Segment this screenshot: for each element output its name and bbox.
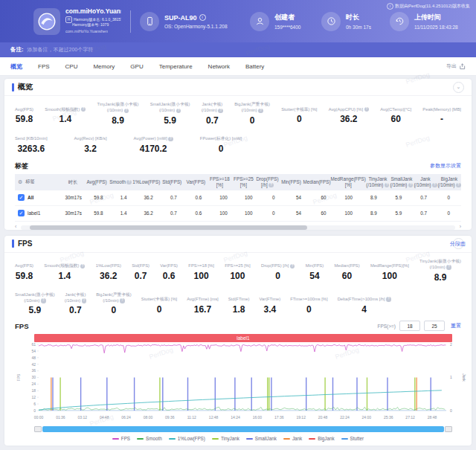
info-icon: ?	[408, 183, 414, 188]
svg-text:14:24: 14:24	[231, 415, 240, 420]
metric-smalljank: SmallJank(微小卡顿)(/10min)?5.9	[15, 292, 55, 316]
legend-item-bigjank[interactable]: BigJank	[309, 436, 334, 441]
person-icon	[250, 12, 269, 31]
svg-text:61: 61	[31, 342, 36, 347]
fps-chart-svg[interactable]: 61544842363024181260210FPSJank00:0001:36…	[15, 342, 470, 422]
row-value: 8.9	[361, 210, 387, 216]
threshold-reset-link[interactable]: 重置	[451, 322, 461, 330]
header-line: Smooth?	[109, 179, 132, 185]
metric-label: FTime>=100ms [%]	[290, 292, 327, 303]
note-placeholder[interactable]: 添加备注，不超过200个字符	[28, 46, 94, 54]
header-line: (/10min)?	[437, 182, 461, 188]
note-bar[interactable]: 备注: 添加备注，不超过200个字符	[0, 42, 476, 57]
metric-value: 0	[275, 271, 280, 281]
metric-label: Smooth(顺畅指数)?	[45, 101, 86, 112]
device-block: SUP-AL90 i OS: OpenHarmony-5.1.1.208	[140, 12, 250, 31]
legend-item-tinyjank[interactable]: TinyJank	[212, 436, 239, 441]
chart-scroll-handle-right[interactable]	[445, 426, 452, 432]
chart-hscrollbar[interactable]	[34, 426, 452, 432]
duration-label: 时长	[346, 13, 371, 22]
info-icon: ?	[80, 264, 86, 269]
metric-label-line: (/10min)?	[234, 107, 270, 113]
metric-value: 5.9	[29, 305, 42, 315]
overview-collapse-button[interactable]: ⌄	[453, 82, 464, 93]
tab-battery[interactable]: Battery	[245, 63, 264, 70]
metric-label-line: SmallJank(微小卡顿)	[150, 101, 190, 107]
metric-label-line: Peak(Memory) [MB]	[422, 106, 461, 112]
chart-scroll-handle-left[interactable]	[34, 426, 42, 432]
metric-value: 36.2	[100, 271, 117, 281]
metric-value: 100	[194, 271, 209, 281]
row-value: 36.2	[136, 210, 161, 216]
row-value: 5.9	[386, 195, 411, 201]
fps-chart[interactable]: 61544842363024181260210FPSJank00:0001:36…	[15, 342, 461, 425]
upload-info: 上传时间 11/11/2025 18:43:28	[414, 13, 458, 30]
creator-info: 创建者 159****6400	[274, 13, 300, 30]
legend-item-stutter[interactable]: Stutter	[341, 436, 364, 441]
param-display-settings-link[interactable]: 参数显示设置	[430, 162, 461, 170]
creator-value: 159****6400	[274, 25, 300, 30]
svg-text:0: 0	[33, 408, 36, 413]
chart-scroll-track[interactable]	[42, 426, 444, 432]
overview-metrics-row1: Avg(FPS)59.8Smooth(顺畅指数)?1.4TinyJank(极微小…	[4, 96, 472, 129]
metric-tinyjank: TinyJank(极微小卡顿)(/10min)?8.9	[97, 101, 139, 126]
info-icon: ?	[446, 265, 451, 270]
metric-label: Avg(AppCPU) [%]?	[329, 101, 369, 112]
legend-item-1-low-fps[interactable]: 1%Low(FPS)	[169, 436, 205, 441]
metric-label-line: Avg(Recv) [KB/s]	[74, 135, 107, 141]
metric-value: 59.8	[16, 114, 33, 124]
row-label-cell: ✓label1	[15, 210, 61, 216]
svg-text:03:12: 03:12	[78, 415, 88, 420]
tab-temperature[interactable]: Temperature	[159, 63, 193, 70]
svg-text:08:00: 08:00	[144, 415, 153, 420]
row-label: label1	[28, 210, 40, 216]
fps-threshold-input-2[interactable]	[424, 321, 445, 331]
metric-label-line: Avg(AppCPU) [%]?	[329, 106, 369, 112]
fps-threshold-input-1[interactable]	[399, 321, 420, 331]
app-info: com.miHoYo.Yuanshen H Harmony版本名: 6.1.0_…	[65, 8, 121, 34]
legend-label: 1%Low(FPS)	[178, 436, 205, 441]
metric-label-line: Avg(FTime) [ms]	[187, 296, 219, 302]
history-clock-icon	[390, 12, 409, 31]
tab-network[interactable]: Network	[208, 63, 230, 70]
tab-fps[interactable]: FPS	[38, 63, 50, 70]
legend-label: Jank	[292, 436, 302, 441]
tab-gpu[interactable]: GPU	[130, 63, 143, 70]
svg-text:2: 2	[450, 342, 452, 347]
legend-swatch	[112, 438, 119, 440]
legend-item-fps[interactable]: FPS	[112, 436, 130, 441]
metric-label-line: FPS>=25 [%]	[225, 263, 250, 269]
metric-label-line: FTime>=100ms [%]	[290, 296, 327, 302]
svg-text:36: 36	[31, 369, 36, 373]
settings-icon[interactable]: ⚙	[18, 179, 22, 185]
scroll-left-arrow[interactable]: ‹	[15, 224, 16, 229]
row-checkbox[interactable]: ✓	[18, 210, 25, 216]
metric-ftime-100ms: FTime>=100ms [%]0	[290, 292, 327, 316]
legend-item-jank[interactable]: Jank	[283, 436, 302, 441]
svg-text:FPS: FPS	[16, 373, 21, 381]
export-button[interactable]: 导出	[446, 62, 466, 70]
info-icon: ?	[82, 298, 87, 303]
table-hscroll-thumb[interactable]	[30, 225, 308, 230]
header-line: (/10min)?	[366, 182, 390, 188]
metric-value: 1.4	[59, 271, 71, 281]
scroll-right-arrow[interactable]: ›	[460, 224, 461, 229]
row-checkbox[interactable]: ✓	[18, 194, 25, 201]
col-header-smalljank: SmallJank(/10min)?	[390, 176, 414, 188]
tab-item[interactable]: 概览	[10, 62, 22, 71]
metric-value: 0	[112, 305, 117, 315]
metric-label-line: Smooth(顺畅指数)?	[44, 263, 85, 269]
metric-avg-ftime-ms: Avg(FTime) [ms]16.7	[187, 292, 219, 316]
metric-label-line: Avg(FPS)	[15, 106, 33, 112]
legend-item-smooth[interactable]: Smooth	[137, 436, 162, 441]
legend-swatch	[246, 438, 253, 440]
header-line: MedRange(FPS)[%]	[331, 176, 366, 188]
segmented-chart-link[interactable]: 分段图	[450, 240, 466, 248]
metric-value: 0	[250, 115, 255, 126]
legend-item-smalljank[interactable]: SmallJank	[246, 436, 277, 441]
svg-text:19:12: 19:12	[296, 415, 306, 420]
table-hscrollbar[interactable]: ‹ ›	[21, 225, 455, 230]
tab-memory[interactable]: Memory	[93, 63, 115, 70]
tab-cpu[interactable]: CPU	[65, 63, 78, 70]
metric-value: 0	[157, 304, 162, 315]
